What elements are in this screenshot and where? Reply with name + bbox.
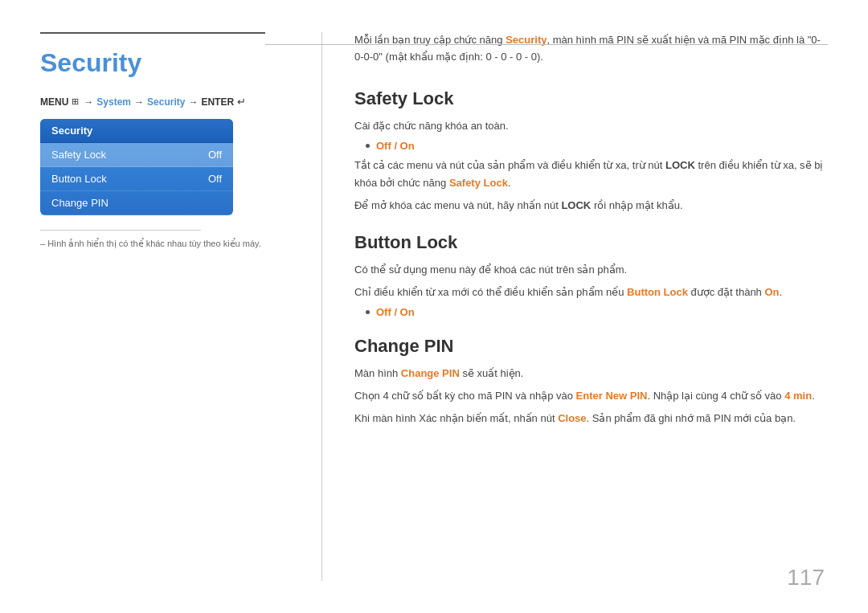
change-pin-title: Change PIN [354, 336, 828, 357]
safety-lock-title: Safety Lock [354, 88, 828, 109]
security-label: Security [147, 96, 185, 108]
change-pin-desc1: Màn hình Change PIN sẽ xuất hiện. [354, 365, 828, 382]
image-note: – Hình ảnh hiển thị có thể khác nhau tùy… [40, 239, 265, 249]
left-divider [40, 230, 201, 231]
menu-label: MENU [40, 96, 68, 108]
safety-lock-desc3: Để mở khóa các menu và nút, hãy nhấn nút… [354, 197, 828, 215]
change-pin-desc3: Khi màn hình Xác nhận biến mất, nhấn nút… [354, 410, 828, 427]
change-pin-desc2: Chọn 4 chữ số bất kỳ cho mã PIN và nhập … [354, 387, 828, 405]
arrow-3: → [188, 96, 198, 108]
menu-icon: ⊞ [72, 96, 79, 107]
safety-lock-bullet-text: Off / On [376, 140, 415, 152]
button-lock-bullet: Off / On [366, 306, 828, 318]
safety-lock-desc1: Cài đặc chức năng khóa an toàn. [354, 117, 828, 135]
top-rule [40, 32, 265, 34]
page-title: Security [40, 48, 265, 78]
arrow-2: → [134, 96, 144, 108]
intro-text: Mỗi lần bạn truy cập chức năng Security,… [354, 32, 828, 66]
safety-lock-bullet: Off / On [366, 140, 828, 152]
bullet-dot-icon-2 [366, 310, 370, 314]
button-lock-label: Button Lock [51, 173, 107, 185]
button-lock-value: Off [208, 173, 222, 185]
system-label: System [96, 96, 131, 108]
arrow-1: → [84, 96, 93, 108]
menu-path: MENU ⊞ → System → Security → ENTER ↵ [40, 96, 265, 108]
page-number: 117 [787, 565, 825, 591]
change-pin-label: Change PIN [51, 197, 108, 209]
button-lock-bullet-text: Off / On [376, 306, 415, 318]
right-column: Mỗi lần bạn truy cập chức năng Security,… [346, 32, 828, 581]
button-lock-title: Button Lock [354, 232, 828, 253]
bullet-dot-icon [366, 144, 370, 148]
menu-item-safety-lock[interactable]: Safety Lock Off [40, 143, 233, 167]
menu-item-change-pin[interactable]: Change PIN [40, 191, 233, 215]
safety-lock-section: Safety Lock Cài đặc chức năng khóa an to… [354, 88, 828, 215]
safety-lock-value: Off [208, 149, 222, 161]
change-pin-section: Change PIN Màn hình Change PIN sẽ xuất h… [354, 336, 828, 427]
security-menu-box: Security Safety Lock Off Button Lock Off… [40, 119, 233, 215]
enter-label: ENTER [201, 96, 234, 108]
vertical-divider [321, 32, 322, 581]
button-lock-desc1: Có thể sử dụng menu này để khoá các nút … [354, 261, 828, 279]
safety-lock-label: Safety Lock [51, 149, 106, 161]
menu-item-button-lock[interactable]: Button Lock Off [40, 167, 233, 191]
button-lock-section: Button Lock Có thể sử dụng menu này để k… [354, 232, 828, 318]
left-column: Security MENU ⊞ → System → Security → EN… [40, 32, 297, 581]
menu-box-title: Security [40, 119, 233, 143]
button-lock-desc2: Chỉ điều khiển từ xa mới có thể điều khi… [354, 284, 828, 301]
safety-lock-desc2: Tắt cả các menu và nút của sản phẩm và đ… [354, 157, 828, 192]
enter-icon: ↵ [237, 96, 246, 108]
